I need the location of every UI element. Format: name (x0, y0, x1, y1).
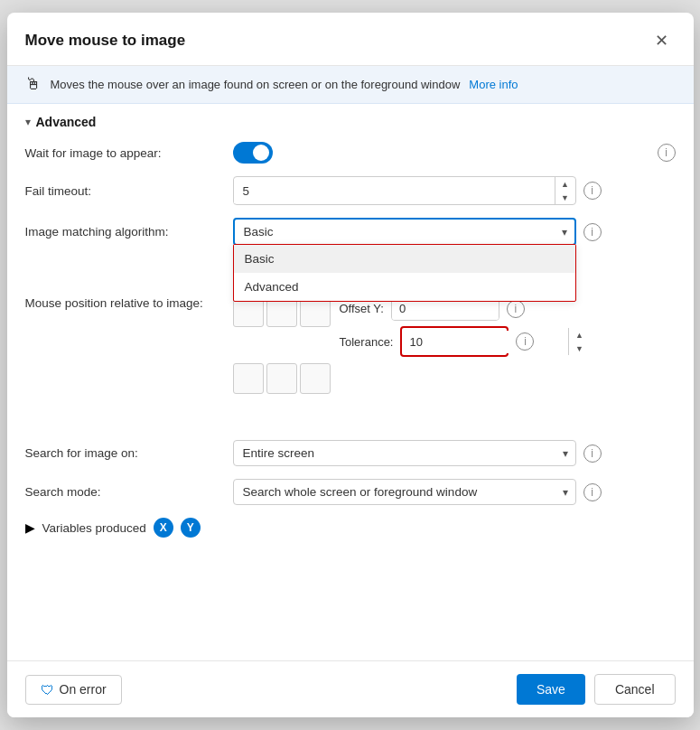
search-for-value: Entire screen (234, 441, 555, 465)
banner-text: Moves the mouse over an image found on s… (51, 78, 461, 91)
grid-cell-br[interactable] (300, 363, 331, 394)
search-mode-label: Search mode: (25, 485, 224, 499)
mouse-position-row: Mouse position relative to image: (25, 296, 676, 427)
offset-area: Offset Y: (x) i Tolerance: (340, 296, 535, 357)
fail-timeout-row: Fail timeout: ▲ ▼ i (25, 176, 676, 205)
search-for-label: Search for image on: (25, 446, 224, 460)
fail-timeout-label: Fail timeout: (25, 184, 224, 198)
info-banner: 🖱 Moves the mouse over an image found on… (7, 66, 694, 104)
grid-cell-bc[interactable] (266, 363, 297, 394)
fail-timeout-input-wrap: ▲ ▼ (233, 176, 576, 205)
chevron-down-icon: ▾ (25, 116, 31, 128)
search-for-row: Search for image on: Entire screen ▾ i (25, 440, 676, 466)
tolerance-row: Tolerance: ▲ ▼ i (340, 326, 535, 357)
fail-timeout-input[interactable] (234, 179, 555, 203)
fail-timeout-down[interactable]: ▼ (555, 191, 575, 204)
shield-icon: 🛡 (41, 682, 54, 697)
image-matching-label: Image matching algorithm: (25, 225, 224, 239)
footer-actions: Save Cancel (517, 674, 676, 705)
image-matching-info-icon[interactable]: i (583, 223, 602, 241)
tolerance-input[interactable] (402, 331, 568, 353)
mouse-icon: 🖱 (25, 75, 42, 94)
chevron-down-icon: ▾ (555, 447, 575, 460)
wait-toggle-wrap[interactable] (233, 142, 273, 164)
search-mode-control: Search whole screen or foreground window… (233, 479, 676, 505)
search-mode-select[interactable]: Search whole screen or foreground window… (233, 479, 576, 505)
offset-y-label: Offset Y: (340, 302, 384, 315)
wait-for-image-control: i (233, 142, 676, 164)
tolerance-spinners: ▲ ▼ (568, 328, 589, 355)
search-for-select[interactable]: Entire screen ▾ (233, 440, 576, 466)
fail-timeout-control: ▲ ▼ i (233, 176, 676, 205)
dialog-body: ▾ Advanced Wait for image to appear: i F… (7, 104, 694, 660)
fail-timeout-up[interactable]: ▲ (555, 177, 575, 191)
position-grid-top (233, 296, 331, 360)
fail-timeout-spinners: ▲ ▼ (555, 177, 575, 204)
on-error-button[interactable]: 🛡 On error (25, 675, 122, 705)
tolerance-up[interactable]: ▲ (569, 328, 589, 342)
advanced-section-header[interactable]: ▾ Advanced (25, 115, 676, 129)
tolerance-input-wrap: ▲ ▼ (400, 326, 509, 357)
position-grid-bottom (233, 363, 331, 427)
wait-info-icon[interactable]: i (658, 144, 676, 162)
wait-for-image-label: Wait for image to appear: (25, 146, 224, 160)
dropdown-item-advanced[interactable]: Advanced (234, 273, 575, 301)
advanced-section-title: Advanced (36, 115, 97, 129)
search-mode-info-icon[interactable]: i (583, 483, 602, 501)
on-error-label: On error (60, 682, 107, 697)
dialog-title: Move mouse to image (25, 32, 186, 50)
dialog-header: Move mouse to image ✕ (7, 13, 694, 66)
mouse-position-control: Offset Y: (x) i Tolerance: (233, 296, 676, 427)
image-matching-row: Image matching algorithm: Basic ▾ Basic … (25, 218, 676, 246)
chevron-right-icon: ▶ (25, 520, 35, 535)
dialog-footer: 🛡 On error Save Cancel (7, 660, 694, 717)
save-button[interactable]: Save (517, 674, 585, 705)
search-for-control: Entire screen ▾ i (233, 440, 676, 466)
wait-toggle[interactable] (233, 142, 273, 164)
image-matching-value: Basic (235, 220, 555, 244)
search-mode-value: Search whole screen or foreground window (234, 480, 555, 504)
tolerance-label: Tolerance: (340, 335, 394, 349)
chevron-down-icon: ▾ (555, 226, 574, 239)
mouse-position-label: Mouse position relative to image: (25, 296, 224, 310)
cancel-button[interactable]: Cancel (594, 674, 676, 705)
var-x-badge: X (154, 518, 173, 538)
offset-y-info-icon[interactable]: i (507, 300, 525, 318)
tolerance-down[interactable]: ▼ (569, 342, 589, 355)
image-matching-dropdown: Basic Advanced (233, 244, 576, 302)
search-for-info-icon[interactable]: i (583, 445, 602, 463)
wait-for-image-row: Wait for image to appear: i (25, 142, 676, 164)
dropdown-item-basic[interactable]: Basic (234, 245, 575, 273)
dialog: Move mouse to image ✕ 🖱 Moves the mouse … (7, 13, 694, 717)
grid-cell-bl[interactable] (233, 363, 264, 394)
image-matching-select[interactable]: Basic ▾ Basic Advanced (233, 218, 576, 246)
variables-row: ▶ Variables produced X Y (25, 518, 676, 538)
chevron-down-icon: ▾ (555, 486, 575, 499)
image-matching-control: Basic ▾ Basic Advanced i (233, 218, 676, 246)
position-grid-area: Offset Y: (x) i Tolerance: (233, 296, 535, 427)
more-info-link[interactable]: More info (469, 78, 518, 91)
fail-timeout-info-icon[interactable]: i (583, 182, 602, 200)
search-mode-row: Search mode: Search whole screen or fore… (25, 479, 676, 505)
close-button[interactable]: ✕ (649, 27, 676, 54)
variables-label: Variables produced (42, 521, 146, 535)
var-y-badge: Y (181, 518, 201, 538)
